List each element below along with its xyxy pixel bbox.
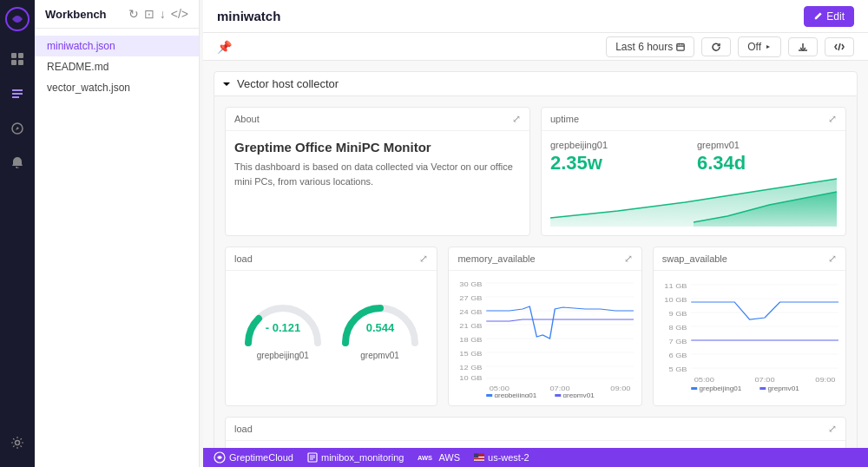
svg-text:0.544: 0.544: [365, 321, 394, 334]
uptime-value-1: 6.34d: [697, 152, 837, 174]
svg-text:18 GB: 18 GB: [460, 336, 483, 344]
memory-panel: memory_available ⤢ 30 GB 27 GB 24 GB 21 …: [448, 247, 641, 406]
app-logo: [5, 7, 30, 31]
gauge-svg-1: 0.544: [332, 286, 428, 347]
svg-rect-4: [18, 60, 23, 65]
swap-panel-title: swap_available: [662, 253, 727, 264]
svg-text:5 GB: 5 GB: [668, 365, 687, 373]
svg-text:grepmv01: grepmv01: [767, 385, 799, 392]
svg-text:AWS: AWS: [418, 454, 432, 462]
load-gauge-expand-icon[interactable]: ⤢: [419, 253, 428, 265]
statusbar-brand: GreptimeCloud: [214, 451, 293, 464]
svg-rect-72: [474, 459, 484, 460]
icon-bar: [0, 0, 35, 467]
memory-panel-body: 30 GB 27 GB 24 GB 21 GB 18 GB 15 GB 12 G…: [449, 271, 641, 405]
gauge-svg-0: - 0.121: [235, 286, 331, 347]
nav-dashboard[interactable]: [7, 49, 28, 69]
nav-alerts[interactable]: [7, 153, 28, 174]
uptime-item-0: grepbeijing01 2.35w: [550, 140, 690, 174]
svg-text:24 GB: 24 GB: [460, 308, 483, 316]
memory-panel-title: memory_available: [457, 253, 535, 264]
memory-chart: 30 GB 27 GB 24 GB 21 GB 18 GB 15 GB 12 G…: [454, 276, 635, 398]
svg-rect-2: [18, 53, 23, 58]
uptime-chart: [550, 174, 837, 227]
sidebar-refresh-icon[interactable]: ↻: [128, 7, 139, 21]
svg-rect-53: [691, 387, 697, 390]
about-description: This dashboard is based on data collecte…: [234, 160, 521, 188]
chevron-down-icon: [221, 79, 232, 89]
uptime-host-0: grepbeijing01: [550, 140, 690, 150]
about-expand-icon[interactable]: ⤢: [512, 113, 521, 125]
svg-text:07:00: 07:00: [754, 376, 774, 384]
sidebar-save-icon[interactable]: ⊡: [144, 7, 155, 21]
section-header[interactable]: Vector host collector: [214, 71, 858, 96]
about-heading: Greptime Office MiniPC Monitor: [234, 140, 521, 155]
sidebar-file-miniwatch[interactable]: miniwatch.json: [35, 36, 199, 56]
svg-text:12 GB: 12 GB: [460, 364, 483, 372]
svg-rect-55: [760, 387, 766, 390]
instance-icon: [307, 452, 318, 463]
sidebar-file-vectorwatch[interactable]: vector_watch.json: [35, 77, 199, 98]
svg-text:6 GB: 6 GB: [668, 352, 687, 359]
nav-settings[interactable]: [7, 432, 28, 453]
gauge-1: 0.544 grepmv01: [332, 286, 428, 360]
svg-rect-7: [677, 43, 684, 50]
svg-text:7 GB: 7 GB: [668, 338, 687, 345]
svg-text:09:00: 09:00: [611, 385, 631, 392]
svg-text:30 GB: 30 GB: [460, 280, 483, 288]
dashboard: Vector host collector About ⤢ Greptime O…: [203, 61, 868, 448]
auto-refresh-button[interactable]: Off: [738, 36, 781, 57]
sidebar-code-icon[interactable]: </>: [171, 7, 188, 21]
sidebar: Workbench ↻ ⊡ ↓ </> miniwatch.json READM…: [35, 0, 200, 467]
load-gauge-body: - 0.121 grepbeijing01: [226, 271, 437, 376]
uptime-host-1: grepmv01: [697, 140, 837, 150]
svg-text:- 0.121: - 0.121: [266, 321, 300, 334]
sidebar-title: Workbench: [45, 8, 107, 21]
edit-button[interactable]: Edit: [804, 6, 854, 27]
svg-text:9 GB: 9 GB: [668, 310, 687, 318]
statusbar: GreptimeCloud minibox_monitoring AWS AWS…: [203, 448, 868, 467]
code-button[interactable]: [825, 37, 854, 56]
memory-panel-header: memory_available ⤢: [449, 247, 641, 271]
nav-explore[interactable]: [7, 118, 28, 139]
sidebar-files: miniwatch.json README.md vector_watch.js…: [35, 29, 199, 105]
swap-expand-icon[interactable]: ⤢: [828, 253, 837, 265]
uptime-panel-body: grepbeijing01 2.35w grepmv01 6.34d: [542, 131, 845, 235]
gauge-0: - 0.121 grepbeijing01: [235, 286, 331, 360]
memory-expand-icon[interactable]: ⤢: [624, 253, 633, 265]
svg-text:grepbeijing01: grepbeijing01: [699, 385, 741, 392]
refresh-button[interactable]: [701, 37, 731, 56]
subtoolbar: 📌 Last 6 hours Off: [203, 33, 868, 61]
load-chart-header: load ⤢: [226, 418, 845, 441]
sidebar-download-icon[interactable]: ↓: [160, 7, 166, 21]
load-chart-expand-icon[interactable]: ⤢: [828, 423, 837, 435]
load-gauge-panel: load ⤢: [225, 247, 437, 406]
svg-point-6: [16, 441, 20, 445]
uptime-expand-icon[interactable]: ⤢: [828, 113, 837, 125]
sidebar-file-readme[interactable]: README.md: [35, 56, 199, 77]
download-button[interactable]: [788, 37, 818, 56]
svg-text:27 GB: 27 GB: [460, 294, 483, 302]
gauge-label-1: grepmv01: [360, 351, 398, 360]
svg-text:21 GB: 21 GB: [460, 322, 483, 330]
flag-icon: [474, 452, 484, 463]
svg-text:05:00: 05:00: [490, 385, 510, 392]
statusbar-instance: minibox_monitoring: [307, 452, 404, 463]
section-content: About ⤢ Greptime Office MiniPC Monitor T…: [214, 96, 858, 448]
svg-text:07:00: 07:00: [550, 385, 570, 392]
svg-text:10 GB: 10 GB: [664, 296, 687, 304]
svg-text:grepbeijing01: grepbeijing01: [495, 392, 537, 398]
svg-text:05:00: 05:00: [694, 376, 713, 384]
gauges-row: - 0.121 grepbeijing01: [234, 280, 428, 367]
load-gauge-header: load ⤢: [226, 247, 437, 271]
pin-icon[interactable]: 📌: [217, 40, 232, 54]
gauge-label-0: grepbeijing01: [257, 351, 309, 360]
about-panel: About ⤢ Greptime Office MiniPC Monitor T…: [225, 107, 530, 236]
svg-rect-3: [11, 60, 16, 65]
time-range-button[interactable]: Last 6 hours: [606, 36, 694, 57]
swap-chart: 11 GB 10 GB 9 GB 8 GB 7 GB 6 GB 5 GB: [659, 276, 840, 398]
load-gauge-title: load: [234, 253, 253, 264]
nav-workbench[interactable]: [7, 83, 28, 104]
page-title: miniwatch: [217, 9, 793, 23]
uptime-grid: grepbeijing01 2.35w grepmv01 6.34d: [550, 140, 837, 174]
